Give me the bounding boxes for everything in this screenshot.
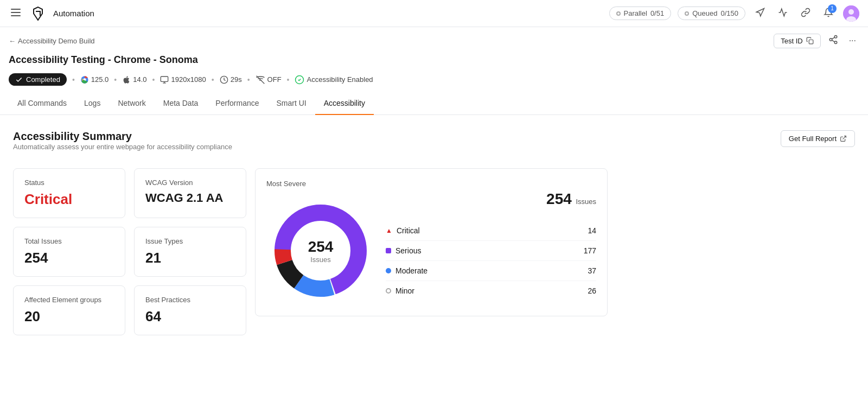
- resolution: 1920x1080: [171, 75, 206, 84]
- donut-issues-label: Issues: [308, 256, 334, 264]
- test-id-label: Test ID: [781, 37, 802, 45]
- menu-button[interactable]: [9, 7, 23, 20]
- minor-icon: [386, 288, 391, 294]
- resolution-item: 1920x1080: [160, 75, 206, 84]
- total-issues-label: Total Issues: [24, 237, 114, 245]
- right-panel: Most Severe: [255, 168, 608, 316]
- affected-groups-card: Affected Element groups 20: [13, 285, 125, 335]
- svg-rect-15: [161, 77, 168, 81]
- tab-performance[interactable]: Performance: [207, 92, 267, 115]
- issue-types-card: Issue Types 21: [134, 227, 246, 277]
- critical-label: Critical: [397, 226, 420, 235]
- status-bar: Completed • 125.0 • 14.0 • 1920x1080 • 2…: [0, 70, 868, 92]
- legend-serious: Serious 177: [386, 241, 596, 261]
- chrome-icon: [80, 75, 89, 84]
- wcag-label: WCAG Version: [145, 179, 235, 187]
- tab-logs[interactable]: Logs: [75, 92, 109, 115]
- svg-rect-0: [11, 9, 21, 10]
- separator-3: •: [152, 75, 155, 84]
- moderate-count: 37: [588, 266, 596, 275]
- moderate-label: Moderate: [395, 266, 427, 275]
- duration-item: 29s: [220, 75, 242, 84]
- accessibility-status: Accessibility Enabled: [307, 75, 373, 84]
- affected-groups-label: Affected Element groups: [24, 296, 114, 304]
- separator-1: •: [72, 75, 75, 84]
- separator-4: •: [212, 75, 214, 84]
- top-bar-right: Parallel 0/51 Queued 0/150 1: [609, 4, 859, 23]
- page-title: Accessibility Testing - Chrome - Sonoma: [0, 52, 868, 70]
- wcag-value: WCAG 2.1 AA: [145, 191, 235, 205]
- tab-accessibility[interactable]: Accessibility: [315, 92, 374, 115]
- completed-label: Completed: [26, 75, 60, 84]
- wcag-card: WCAG Version WCAG 2.1 AA: [134, 168, 246, 218]
- breadcrumb-actions: Test ID ···: [774, 31, 859, 50]
- parallel-value: 0/51: [650, 9, 664, 17]
- issue-types-value: 21: [145, 250, 235, 266]
- top-bar: Automation Parallel 0/51 Queued 0/150 1: [0, 0, 868, 27]
- tab-smart-ui[interactable]: Smart UI: [268, 92, 315, 115]
- share-button[interactable]: [825, 31, 841, 50]
- separator-2: •: [114, 75, 117, 84]
- issues-total: 254 Issues: [386, 190, 596, 208]
- user-avatar[interactable]: [843, 5, 859, 22]
- breadcrumb-link[interactable]: ← Accessibility Demo Build: [9, 37, 95, 45]
- cards-row-2: Total Issues 254 Issue Types 21: [13, 227, 246, 277]
- svg-point-8: [834, 36, 837, 39]
- section-title: Accessibility Summary: [13, 130, 232, 143]
- top-bar-left: Automation: [9, 5, 94, 22]
- link-button[interactable]: [797, 4, 814, 23]
- serious-count: 177: [584, 246, 596, 255]
- tab-network[interactable]: Network: [109, 92, 154, 115]
- donut-wrapper: 254 Issues: [266, 196, 375, 305]
- serious-label: Serious: [395, 246, 421, 255]
- broadcast-button[interactable]: [752, 4, 768, 23]
- tab-all-commands[interactable]: All Commands: [9, 92, 75, 115]
- external-link-icon: [840, 135, 847, 142]
- svg-line-12: [832, 37, 834, 39]
- legend-serious-left: Serious: [386, 246, 421, 255]
- svg-point-9: [829, 39, 832, 41]
- nav-tabs: All Commands Logs Network Meta Data Perf…: [0, 92, 868, 115]
- svg-rect-1: [11, 12, 21, 13]
- best-practices-value: 64: [145, 308, 235, 325]
- test-id-button[interactable]: Test ID: [774, 34, 820, 48]
- queued-label: Queued: [692, 9, 717, 17]
- tab-meta-data[interactable]: Meta Data: [155, 92, 207, 115]
- screen-icon: [160, 75, 169, 84]
- legend-moderate: Moderate 37: [386, 261, 596, 281]
- svg-rect-7: [809, 40, 813, 44]
- separator-6: •: [287, 75, 290, 84]
- legend-section: 254 Issues ▲ Critical 14 Serious 177: [386, 180, 596, 301]
- analytics-button[interactable]: [775, 4, 791, 23]
- cards-row-1: Status Critical WCAG Version WCAG 2.1 AA: [13, 168, 246, 218]
- total-issues-value: 254: [24, 250, 114, 266]
- status-value: Critical: [24, 191, 114, 208]
- svg-rect-2: [11, 15, 21, 16]
- most-severe-label: Most Severe: [266, 180, 306, 188]
- critical-count: 14: [588, 226, 596, 235]
- issue-types-label: Issue Types: [145, 237, 235, 245]
- best-practices-label: Best Practices: [145, 296, 235, 304]
- get-full-report-button[interactable]: Get Full Report: [781, 130, 855, 147]
- donut-section: Most Severe: [266, 180, 375, 305]
- main-content: Accessibility Summary Automatically asse…: [0, 115, 868, 359]
- status-label: Status: [24, 179, 114, 187]
- total-issues-card: Total Issues 254: [13, 227, 125, 277]
- more-button[interactable]: ···: [846, 33, 859, 49]
- moderate-icon: [386, 268, 391, 273]
- svg-line-20: [843, 136, 846, 139]
- breadcrumb-bar: ← Accessibility Demo Build Test ID ···: [0, 27, 868, 52]
- left-cards: Status Critical WCAG Version WCAG 2.1 AA…: [13, 168, 246, 344]
- critical-icon: ▲: [386, 227, 392, 234]
- issues-total-number: 254: [546, 190, 572, 207]
- completed-badge: Completed: [9, 73, 67, 86]
- parallel-dot: [616, 11, 621, 16]
- svg-point-5: [848, 9, 854, 15]
- best-practices-card: Best Practices 64: [134, 285, 246, 335]
- legend-minor-left: Minor: [386, 286, 414, 295]
- minor-count: 26: [588, 286, 596, 295]
- app-title: Automation: [53, 9, 94, 18]
- breadcrumb-parent: Accessibility Demo Build: [18, 37, 95, 45]
- cards-and-donut: Status Critical WCAG Version WCAG 2.1 AA…: [13, 168, 855, 344]
- get-report-label: Get Full Report: [789, 135, 837, 143]
